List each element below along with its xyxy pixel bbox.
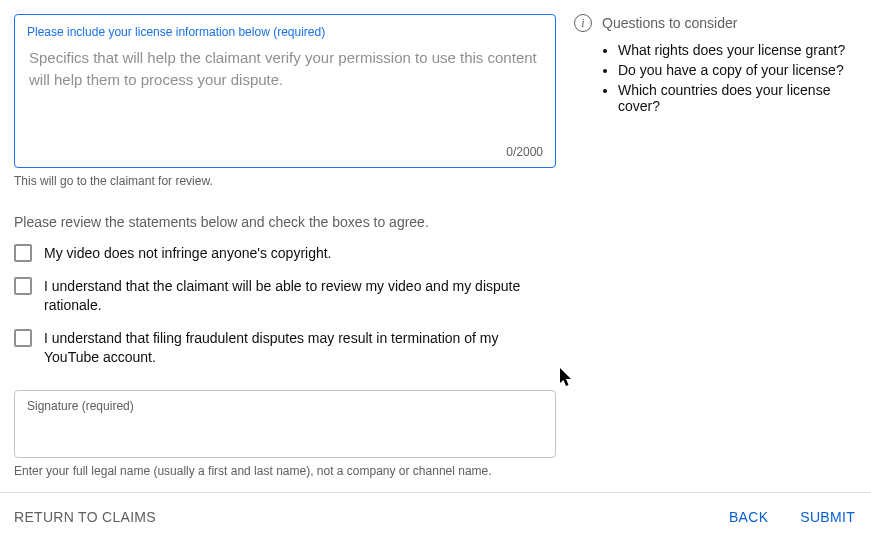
statement-checkbox-1[interactable] [14,244,32,262]
license-char-count: 0/2000 [506,145,543,159]
main-content: Please include your license information … [0,0,871,492]
back-button[interactable]: BACK [727,501,770,533]
statement-checkbox-2[interactable] [14,277,32,295]
license-label: Please include your license information … [27,25,543,39]
statement-checkbox-3[interactable] [14,329,32,347]
license-textarea[interactable] [27,45,543,117]
statement-row-3[interactable]: I understand that filing fraudulent disp… [14,329,556,367]
question-item: What rights does your license grant? [618,42,857,58]
license-helper-text: This will go to the claimant for review. [14,174,556,188]
question-item: Which countries does your license cover? [618,82,857,114]
form-column: Please include your license information … [14,14,556,492]
question-item: Do you have a copy of your license? [618,62,857,78]
sidebar-column: i Questions to consider What rights does… [556,14,857,492]
signature-helper-text: Enter your full legal name (usually a fi… [14,464,556,478]
signature-label: Signature (required) [27,399,543,413]
statement-row-2[interactable]: I understand that the claimant will be a… [14,277,556,315]
license-textarea-container[interactable]: Please include your license information … [14,14,556,168]
statement-row-1[interactable]: My video does not infringe anyone's copy… [14,244,556,263]
footer-actions: BACK SUBMIT [727,501,857,533]
questions-heading-row: i Questions to consider [574,14,857,32]
statement-label-3: I understand that filing fraudulent disp… [44,329,556,367]
statement-label-2: I understand that the claimant will be a… [44,277,556,315]
review-intro: Please review the statements below and c… [14,214,556,230]
statement-checkboxes: My video does not infringe anyone's copy… [14,244,556,366]
signature-container[interactable]: Signature (required) [14,390,556,458]
signature-input[interactable] [27,415,543,433]
return-to-claims-link[interactable]: RETURN TO CLAIMS [14,509,156,525]
statement-label-1: My video does not infringe anyone's copy… [44,244,332,263]
questions-heading: Questions to consider [602,15,737,31]
questions-list: What rights does your license grant? Do … [574,42,857,114]
info-icon: i [574,14,592,32]
footer-bar: RETURN TO CLAIMS BACK SUBMIT [0,492,871,540]
submit-button[interactable]: SUBMIT [798,501,857,533]
